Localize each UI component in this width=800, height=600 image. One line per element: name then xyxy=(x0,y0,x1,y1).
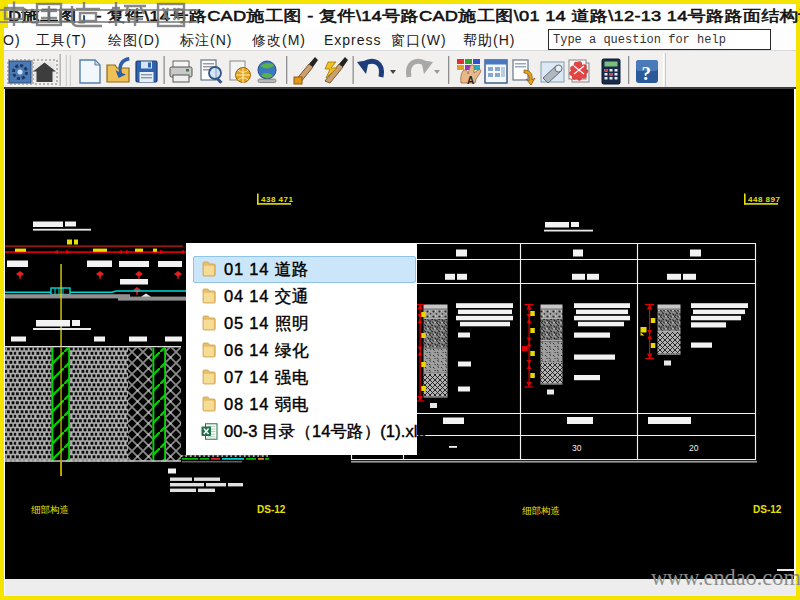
svg-text:DS-12: DS-12 xyxy=(753,504,782,515)
svg-text:30: 30 xyxy=(572,443,582,453)
svg-text:20: 20 xyxy=(689,443,699,453)
svg-text:438 471: 438 471 xyxy=(261,195,293,204)
svg-text:448 897: 448 897 xyxy=(748,195,780,204)
svg-text:细部构造: 细部构造 xyxy=(31,504,69,515)
svg-text:细部构造: 细部构造 xyxy=(522,505,560,516)
svg-text:DS-12: DS-12 xyxy=(257,504,286,515)
